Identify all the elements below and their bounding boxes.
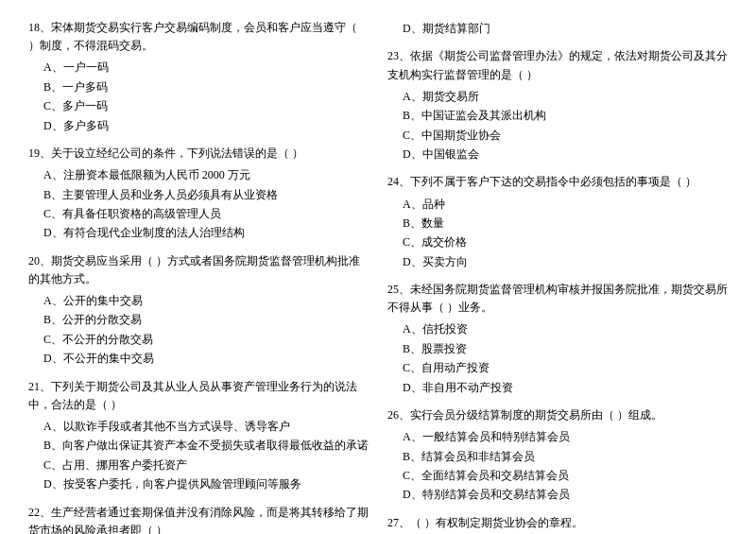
q26-option-c: C、全面结算会员和交易结算会员 [403,466,728,485]
question-27: 27、（ ）有权制定期货业协会的章程。 A、主任会议 B、主席会议 C、会员大会 [387,514,728,534]
q24-option-a: A、品种 [403,195,728,214]
q26-option-b: B、结算会员和非结算会员 [403,447,728,466]
q19-option-a: A、注册资本最低限额为人民币 2000 万元 [43,165,369,184]
page-content: 18、宋体期货交易实行客户交易编码制度，会员和客户应当遵守（ ）制度，不得混码交… [28,19,728,534]
question-27-text: 27、（ ）有权制定期货业协会的章程。 [387,514,728,532]
question-26-text: 26、实行会员分级结算制度的期货交易所由（ ）组成。 [387,406,728,424]
q20-option-d: D、不公开的集中交易 [43,349,369,368]
question-20-text: 20、期货交易应当采用（ ）方式或者国务院期货监督管理机构批准的其他方式。 [28,252,369,288]
q20-option-c: C、不公开的分散交易 [43,330,369,349]
q21-option-b: B、向客户做出保证其资产本金不受损失或者取得最低收益的承诺 [43,436,369,455]
right-column: D、期货结算部门 23、依据《期货公司监督管理办法》的规定，依法对期货公司及其分… [387,19,728,534]
q19-option-c: C、有具备任职资格的高级管理人员 [43,204,369,223]
question-19-text: 19、关于设立经纪公司的条件，下列说法错误的是（ ） [28,145,369,163]
q18-option-b: B、一户多码 [43,78,369,96]
q25-option-b: B、股票投资 [403,339,728,358]
q25-option-a: A、信托投资 [403,319,728,338]
q20-option-a: A、公开的集中交易 [43,291,369,310]
question-22-text: 22、生产经营者通过套期保值并没有消除风险，而是将其转移给了期货市场的风险承担者… [28,504,369,534]
q21-option-d: D、按受客户委托，向客户提供风险管理顾问等服务 [43,474,369,493]
q23-option-b: B、中国证监会及其派出机构 [403,106,728,125]
q22-option-d: D、期货结算部门 [403,19,728,38]
question-18-text: 18、宋体期货交易实行客户交易编码制度，会员和客户应当遵守（ ）制度，不得混码交… [28,19,369,55]
question-20: 20、期货交易应当采用（ ）方式或者国务院期货监督管理机构批准的其他方式。 A、… [28,252,369,369]
q26-option-d: D、特别结算会员和交易结算会员 [403,485,728,504]
question-23: 23、依据《期货公司监督管理办法》的规定，依法对期货公司及其分支机构实行监督管理… [387,47,728,164]
q25-option-d: D、非自用不动产投资 [403,378,728,397]
columns: 18、宋体期货交易实行客户交易编码制度，会员和客户应当遵守（ ）制度，不得混码交… [28,19,728,534]
question-22: 22、生产经营者通过套期保值并没有消除风险，而是将其转移给了期货市场的风险承担者… [28,504,369,534]
q24-option-d: D、买卖方向 [403,252,728,271]
q23-option-c: C、中国期货业协会 [403,126,728,145]
q18-option-a: A、一户一码 [43,58,369,77]
q23-option-a: A、期货交易所 [403,87,728,106]
q21-option-c: C、占用、挪用客户委托资产 [43,456,369,474]
q24-option-b: B、数量 [403,214,728,233]
q21-option-a: A、以欺诈手段或者其他不当方式误导、诱导客户 [43,417,369,436]
q23-option-d: D、中国银监会 [403,145,728,164]
question-18: 18、宋体期货交易实行客户交易编码制度，会员和客户应当遵守（ ）制度，不得混码交… [28,19,369,135]
q18-option-d: D、多户多码 [43,116,369,135]
question-26: 26、实行会员分级结算制度的期货交易所由（ ）组成。 A、一般结算会员和特别结算… [387,406,728,505]
question-21: 21、下列关于期货公司及其从业人员从事资产管理业务行为的说法中，合法的是（ ） … [28,378,369,494]
question-23-text: 23、依据《期货公司监督管理办法》的规定，依法对期货公司及其分支机构实行监督管理… [387,47,728,83]
question-25-text: 25、未经国务院期货监督管理机构审核并报国务院批准，期货交易所不得从事（ ）业务… [387,281,728,317]
question-24: 24、下列不属于客户下达的交易指令中必须包括的事项是（ ） A、品种 B、数量 … [387,173,728,271]
question-24-text: 24、下列不属于客户下达的交易指令中必须包括的事项是（ ） [387,173,728,191]
q20-option-b: B、公开的分散交易 [43,310,369,329]
q19-option-b: B、主要管理人员和业务人员必须具有从业资格 [43,185,369,204]
q18-option-c: C、多户一码 [43,96,369,115]
question-25: 25、未经国务院期货监督管理机构审核并报国务院批准，期货交易所不得从事（ ）业务… [387,281,728,397]
q26-option-a: A、一般结算会员和特别结算会员 [403,427,728,446]
q19-option-d: D、有符合现代企业制度的法人治理结构 [43,223,369,242]
q25-option-c: C、自用动产投资 [403,358,728,377]
q24-option-c: C、成交价格 [403,233,728,251]
left-column: 18、宋体期货交易实行客户交易编码制度，会员和客户应当遵守（ ）制度，不得混码交… [28,19,369,534]
question-21-text: 21、下列关于期货公司及其从业人员从事资产管理业务行为的说法中，合法的是（ ） [28,378,369,414]
question-19: 19、关于设立经纪公司的条件，下列说法错误的是（ ） A、注册资本最低限额为人民… [28,145,369,243]
question-22-d: D、期货结算部门 [387,19,728,38]
